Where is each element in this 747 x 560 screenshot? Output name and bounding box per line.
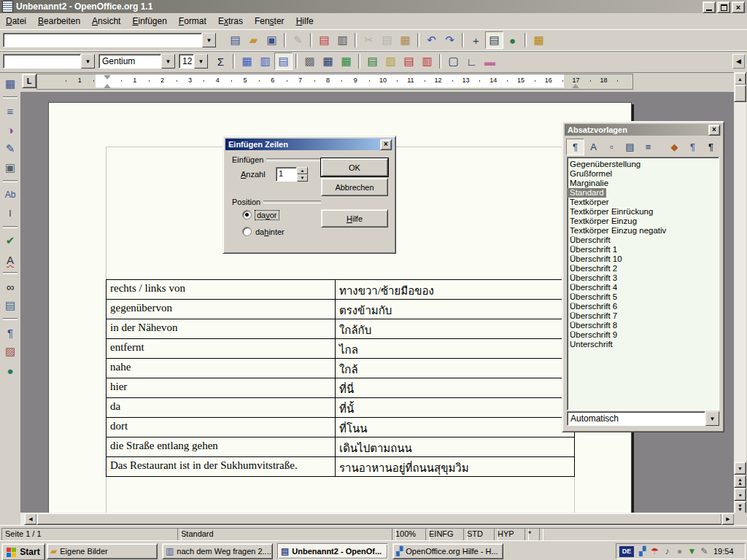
style-item[interactable]: Überschrift 5 [568, 292, 617, 301]
undo-icon[interactable]: ↶ [422, 31, 441, 49]
table-cell-german[interactable]: da [107, 398, 336, 417]
radio-davor[interactable]: davor [242, 210, 279, 219]
menu-bearbeiten[interactable]: Bearbeiten [32, 14, 86, 28]
export-pdf-icon[interactable]: ▤ [315, 31, 333, 49]
scroll-right-button[interactable]: ▶ [721, 513, 735, 525]
menu-format[interactable]: Format [173, 14, 212, 28]
dialog-title-bar[interactable]: Einfügen Zeilen × [225, 139, 393, 150]
table-cell-german[interactable]: nahe [107, 359, 336, 378]
style-item[interactable]: Überschrift 1 [568, 245, 617, 254]
menu-fenster[interactable]: Fenster [249, 14, 290, 28]
horizontal-ruler[interactable]: 1123456789101112131415161718 [36, 74, 633, 90]
autotext-icon[interactable]: Ab [1, 186, 20, 203]
stylist-icon[interactable]: ▤ [485, 31, 503, 49]
table-cell-german[interactable]: dort [107, 418, 336, 437]
character-styles-icon[interactable]: A [584, 139, 603, 155]
copy-icon[interactable]: ▤ [378, 31, 396, 49]
line-style-icon[interactable]: ∟ [462, 52, 481, 70]
new-style-from-selection-icon[interactable]: ¶ [684, 139, 702, 155]
url-combobox[interactable]: ▼ [3, 33, 216, 47]
insert-icon[interactable]: ▦ [1, 75, 20, 93]
dialog-close-button[interactable]: × [380, 139, 392, 150]
pen-tablet-icon[interactable]: ✎ [698, 546, 711, 556]
insert-fields-icon[interactable]: ≡ [1, 102, 20, 120]
object-borders-icon[interactable]: ▢ [444, 52, 462, 70]
font-size-input[interactable]: 12 [179, 54, 194, 69]
style-item[interactable]: Überschrift 3 [568, 273, 617, 282]
url-input[interactable] [3, 33, 202, 47]
scroll-left-button[interactable]: ◀ [24, 513, 37, 525]
frame-styles-icon[interactable]: ▫ [603, 139, 621, 155]
anzahl-value[interactable]: 1 [276, 167, 297, 182]
insert-object-icon[interactable]: ◑ [1, 121, 20, 139]
gallery-icon[interactable]: ▦ [530, 31, 548, 49]
help-button[interactable]: Hilfe [321, 209, 388, 228]
right-indent-marker[interactable] [572, 84, 579, 88]
cut-icon[interactable]: ✂ [360, 31, 378, 49]
table-cell-thai[interactable]: รานอาหานอยู่ที่ถนนสุขุมวิม [336, 457, 574, 476]
direct-cursor-icon[interactable]: I [1, 205, 20, 222]
antivirus-icon[interactable]: ☂ [649, 546, 661, 556]
horizontal-scrollbar[interactable]: ◀ ▶ [20, 513, 734, 525]
style-item[interactable]: Textkörper [568, 198, 609, 206]
table-cell-thai[interactable]: เดินไปตามถนน [336, 438, 574, 456]
table-cell-german[interactable]: rechts / links von [107, 280, 336, 299]
style-item[interactable]: Textkörper Einrückung [568, 207, 653, 216]
style-filter-combobox[interactable]: Automatisch ▼ [567, 411, 719, 426]
first-line-indent-marker[interactable] [104, 75, 111, 79]
style-item[interactable]: Überschrift 9 [568, 330, 617, 339]
restore-button[interactable] [717, 1, 730, 13]
scroll-down-button[interactable]: ▼ [734, 462, 746, 475]
style-item[interactable]: Unterschrift [568, 340, 613, 349]
vertical-scrollbar[interactable]: ▲ ▼ ▲▲ ● ▼▼ [734, 72, 746, 513]
stylist-close-button[interactable]: × [708, 125, 720, 136]
table-cell-thai[interactable]: ใกล้ [336, 359, 574, 378]
font-size-dropdown-button[interactable]: ▼ [194, 54, 208, 69]
numbering-styles-icon[interactable]: ≡ [639, 139, 657, 155]
taskbar-button-eigene-bilder[interactable]: ▰Eigene Bilder [47, 543, 158, 559]
url-dropdown-button[interactable]: ▼ [202, 33, 216, 47]
spin-down-button[interactable]: ▼ [297, 174, 308, 182]
hyperlink-icon[interactable]: ● [503, 31, 522, 49]
nonprinting-characters-icon[interactable]: ¶ [1, 324, 20, 341]
scroll-up-button[interactable]: ▲ [734, 72, 746, 85]
paragraph-styles-icon[interactable]: ¶ [566, 139, 584, 155]
style-item[interactable]: Überschrift 8 [568, 321, 617, 330]
table-autoformat-icon[interactable]: ▦ [337, 52, 355, 70]
graphics-on-off-icon[interactable]: ▨ [1, 343, 20, 360]
keyboard-layout-badge[interactable]: DE [619, 546, 634, 557]
style-item[interactable]: Überschrift 10 [568, 254, 622, 263]
style-item[interactable]: Textkörper Einzug [568, 217, 637, 225]
horizontal-scroll-thumb[interactable] [36, 513, 722, 525]
merge-cells-icon[interactable]: ▦ [238, 52, 256, 70]
auto-spellcheck-icon[interactable]: A [1, 251, 20, 268]
table-cell-german[interactable]: Das Restaurant ist in der Sukhumvitstraß… [107, 457, 336, 476]
style-item[interactable]: Überschrift 6 [568, 302, 617, 311]
table-cell-thai[interactable]: ใกล้กับ [336, 319, 574, 338]
style-filter-value[interactable]: Automatisch [567, 411, 705, 426]
form-functions-icon[interactable]: ▣ [1, 159, 20, 176]
open-icon[interactable]: ▰ [244, 31, 263, 49]
insert-column-icon[interactable]: ▥ [382, 52, 400, 70]
toolbar-toggle-button[interactable]: ◀ [732, 53, 746, 69]
table-cell-thai[interactable]: ที่นั้ [336, 398, 574, 417]
redo-icon[interactable]: ↷ [441, 31, 459, 49]
style-item[interactable]: Textkörper Einzug negativ [568, 226, 666, 235]
anzahl-spinner[interactable]: 1 ▲ ▼ [276, 167, 308, 182]
style-item[interactable]: Überschrift [568, 236, 611, 244]
optimize-icon[interactable]: ▩ [301, 52, 319, 70]
quickstarter-icon[interactable]: ▞ [636, 546, 649, 556]
style-item[interactable]: Überschrift 4 [568, 283, 617, 292]
volume-icon[interactable]: ♪ [661, 546, 673, 556]
style-item[interactable]: Gegenüberstellung [568, 160, 640, 168]
find-replace-icon[interactable]: ∞ [1, 278, 20, 295]
style-item[interactable]: Überschrift 7 [568, 311, 617, 320]
table-cell-thai[interactable]: ที่นี่ [336, 378, 574, 397]
style-item[interactable]: Grußformel [568, 169, 612, 178]
split-cells-vertically-icon[interactable]: ▥ [256, 52, 274, 70]
table-cell-german[interactable]: hier [107, 378, 336, 397]
table-cell-thai[interactable]: ที่โนน [336, 418, 574, 437]
menu-datei[interactable]: Datei [0, 14, 32, 28]
table-cell-thai[interactable]: ไกล [336, 339, 574, 358]
online-layout-icon[interactable]: ● [1, 362, 20, 379]
